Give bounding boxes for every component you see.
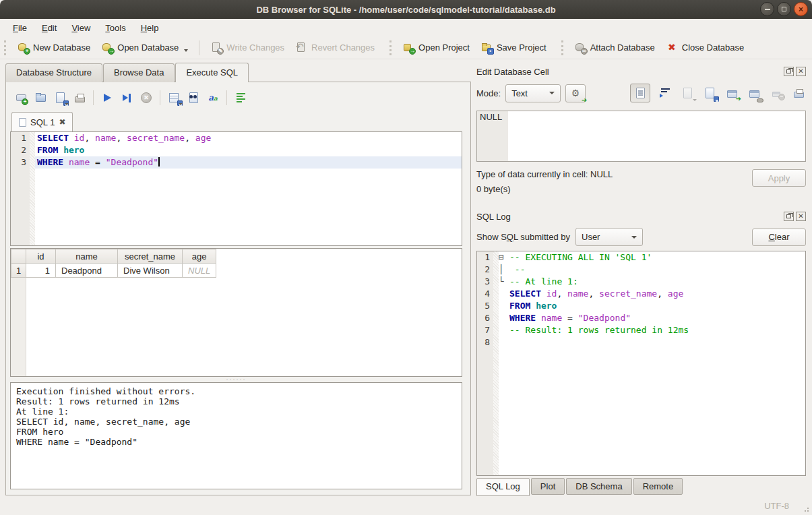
- row-header[interactable]: 1: [11, 264, 26, 278]
- sql-log-view[interactable]: 1⊟-- EXECUTING ALL IN 'SQL 1'2│ --3└-- A…: [476, 251, 806, 476]
- new-database-button[interactable]: + New Database: [11, 39, 96, 56]
- set-null-icon[interactable]: −: [769, 86, 784, 100]
- cell-secret-name[interactable]: Dive Wilson: [118, 264, 183, 278]
- cell-editor-box[interactable]: NULL: [476, 111, 806, 162]
- save-data-icon[interactable]: [702, 86, 717, 100]
- apply-button[interactable]: Apply: [752, 169, 806, 187]
- corner-header-cell[interactable]: [11, 249, 26, 264]
- submitted-by-select[interactable]: User: [575, 228, 643, 246]
- horizontal-splitter[interactable]: ······: [9, 377, 464, 382]
- execute-all-icon[interactable]: [100, 91, 114, 104]
- link-icon[interactable]: [747, 86, 761, 100]
- import-data-icon[interactable]: [680, 86, 695, 100]
- sql-toolbar-separator: [93, 90, 94, 105]
- find-icon[interactable]: [187, 91, 200, 104]
- close-database-icon: ✖: [666, 42, 678, 53]
- close-database-button[interactable]: ✖ Close Database: [660, 39, 750, 56]
- print-cell-icon[interactable]: [791, 86, 806, 100]
- apply-settings-button[interactable]: ⚙ ➜: [565, 84, 586, 102]
- toolbar-drag-handle[interactable]: [561, 40, 565, 55]
- encoding-indicator[interactable]: UTF-8: [764, 501, 789, 511]
- tab-execute-sql[interactable]: Execute SQL: [175, 63, 249, 82]
- save-sql-file-icon[interactable]: [53, 91, 67, 104]
- attach-database-button[interactable]: ∞ Attach Database: [569, 39, 660, 56]
- fold-marker-icon[interactable]: [499, 300, 507, 312]
- replace-icon[interactable]: aa: [206, 91, 220, 104]
- cell-info-row: Type of data currently in cell: NULL 0 b…: [476, 169, 806, 199]
- execute-current-line-icon[interactable]: [120, 91, 133, 104]
- cell-age[interactable]: NULL: [183, 264, 216, 278]
- close-dock-button[interactable]: ✕: [796, 67, 806, 76]
- code-line: 4SELECT id, name, secret_name, age: [477, 288, 805, 300]
- tab-database-structure[interactable]: Database Structure: [5, 63, 102, 82]
- menu-tools[interactable]: Tools: [98, 20, 133, 36]
- column-header-name[interactable]: name: [56, 249, 118, 264]
- stop-icon[interactable]: ✕: [139, 91, 153, 104]
- fold-marker-icon[interactable]: [499, 324, 507, 336]
- menu-view[interactable]: View: [64, 20, 98, 36]
- maximize-icon: [782, 7, 786, 11]
- close-window-button[interactable]: ×: [794, 2, 808, 16]
- new-sql-tab-icon[interactable]: +: [14, 91, 28, 104]
- word-wrap-icon[interactable]: [658, 86, 673, 100]
- menu-help[interactable]: Help: [133, 20, 166, 36]
- close-sql-tab-icon[interactable]: ✖: [59, 117, 65, 127]
- menu-edit[interactable]: Edit: [34, 20, 64, 36]
- column-header-age[interactable]: age: [183, 249, 216, 264]
- export-data-icon[interactable]: ➜: [724, 86, 739, 100]
- open-sql-file-icon[interactable]: [34, 91, 47, 104]
- tab-browse-data[interactable]: Browse Data: [103, 63, 175, 82]
- open-project-button[interactable]: → Open Project: [397, 39, 475, 56]
- open-database-icon: →: [101, 42, 113, 53]
- clear-button[interactable]: Clear: [752, 229, 806, 246]
- open-database-button[interactable]: → Open Database: [96, 39, 193, 56]
- open-database-label: Open Database: [117, 42, 179, 53]
- fold-marker-icon[interactable]: └: [499, 276, 507, 288]
- attach-database-label: Attach Database: [590, 42, 655, 53]
- save-results-icon[interactable]: [167, 91, 181, 104]
- cell-size-info: 0 byte(s): [476, 184, 613, 194]
- resize-grip[interactable]: [803, 506, 809, 512]
- save-project-button[interactable]: ▪ Save Project: [475, 39, 552, 56]
- cell-type-info: Type of data currently in cell: NULL: [476, 169, 613, 179]
- mode-select[interactable]: Text: [505, 84, 561, 102]
- column-header-id[interactable]: id: [26, 249, 56, 264]
- toolbar-drag-handle[interactable]: [389, 40, 393, 55]
- tab-sql-log[interactable]: SQL Log: [476, 478, 530, 496]
- menu-file[interactable]: File: [5, 20, 34, 36]
- save-project-label: Save Project: [497, 42, 546, 53]
- results-grid[interactable]: id name secret_name age 1 1 Deadpond Div…: [10, 248, 462, 377]
- tab-remote[interactable]: Remote: [633, 478, 683, 495]
- fold-marker-icon[interactable]: [499, 288, 507, 300]
- minimize-button[interactable]: [760, 2, 774, 16]
- sql-tab[interactable]: SQL 1 ✖: [11, 112, 73, 131]
- close-dock-button[interactable]: ✕: [796, 212, 806, 221]
- float-dock-button[interactable]: [784, 67, 794, 76]
- open-database-dropdown-icon[interactable]: [184, 49, 188, 52]
- revert-changes-button[interactable]: ↶ Revert Changes: [290, 39, 380, 56]
- filter-label: Show SQL submitted by: [476, 232, 570, 242]
- cell-id[interactable]: 1: [26, 264, 56, 278]
- fold-marker-icon[interactable]: │: [499, 264, 507, 276]
- print-icon[interactable]: [73, 91, 86, 104]
- float-dock-button[interactable]: [784, 212, 794, 221]
- sql-editor[interactable]: 1SELECT id, name, secret_name, age2FROM …: [10, 131, 462, 246]
- maximize-button[interactable]: [777, 2, 791, 16]
- tab-plot[interactable]: Plot: [531, 478, 565, 495]
- cell-name[interactable]: Deadpond: [56, 264, 118, 278]
- tab-db-schema[interactable]: DB Schema: [566, 478, 631, 495]
- column-header-secret-name[interactable]: secret_name: [118, 249, 183, 264]
- execution-message-box[interactable]: Execution finished without errors. Resul…: [10, 382, 462, 489]
- toolbar-drag-handle[interactable]: [4, 40, 7, 55]
- write-changes-button[interactable]: ✎ Write Changes: [205, 39, 290, 56]
- fold-marker-icon[interactable]: ⊟: [499, 251, 507, 264]
- format-sql-icon[interactable]: [234, 91, 247, 104]
- fold-marker-icon[interactable]: [499, 312, 507, 324]
- text-mode-icon[interactable]: [630, 84, 650, 102]
- cell-edit-area[interactable]: [508, 111, 805, 161]
- cell-mode-row: Mode: Text ⚙ ➜ ➜ −: [476, 84, 806, 102]
- fold-marker-icon[interactable]: [499, 336, 507, 349]
- main-toolbar: + New Database → Open Database ✎ Write C…: [0, 36, 812, 59]
- new-database-icon: +: [17, 42, 29, 53]
- titlebar[interactable]: DB Browser for SQLite - /home/user/code/…: [0, 0, 812, 19]
